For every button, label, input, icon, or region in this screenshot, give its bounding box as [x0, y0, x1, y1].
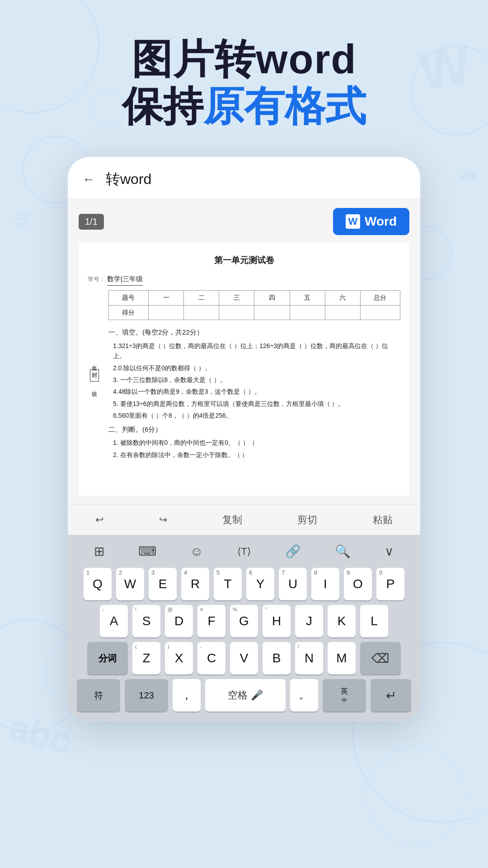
name-label: 姓名：	[90, 361, 99, 367]
keyboard-section: ⊞ ⌨ ☺ ⟨T⟩ 🔗 🔍 ∨ 1Q 2W 3E 4R 5T 6Y 7U	[68, 535, 420, 722]
word-export-button[interactable]: W Word	[333, 208, 409, 235]
key-enter[interactable]: ↵	[371, 679, 411, 712]
key-sym[interactable]: 符	[77, 679, 120, 712]
key-b[interactable]: B	[263, 642, 291, 675]
page-badge: 1/1	[79, 214, 104, 230]
key-o[interactable]: 9O	[344, 568, 372, 600]
undo-button[interactable]: ↩	[88, 511, 111, 528]
kb-clip-icon[interactable]: 🔗	[282, 541, 304, 561]
kb-emoji-icon[interactable]: ☺	[188, 542, 206, 561]
enter-icon: ↵	[386, 688, 396, 703]
key-r[interactable]: 4R	[181, 568, 209, 600]
back-button[interactable]: ←	[82, 172, 95, 187]
section1: 一、填空。(每空2分，共22分）	[108, 326, 400, 338]
doc-subject-row: 学号： 数学|三年级	[88, 273, 400, 286]
key-x[interactable]: )X	[165, 642, 193, 675]
key-row-3: 分词 (Z )X -C V B /N M ⌫	[72, 642, 416, 675]
doc-header-row: 1/1 W Word	[79, 208, 409, 235]
hero-line2-start: 保持	[122, 84, 203, 129]
key-d[interactable]: @D	[165, 605, 193, 637]
key-m[interactable]: M	[328, 642, 356, 675]
key-j[interactable]: J	[295, 605, 323, 637]
key-fenci[interactable]: 分词	[87, 642, 128, 675]
key-t[interactable]: 5T	[214, 568, 242, 600]
table-header-0: 题号	[109, 290, 149, 305]
key-z[interactable]: (Z	[132, 642, 160, 675]
key-lang[interactable]: 英中	[323, 679, 366, 712]
table-row2-1	[148, 305, 183, 320]
document-area: 1/1 W Word 第一单元测试卷 学号： 数学|三年级	[68, 199, 420, 505]
table-row2-2	[184, 305, 219, 320]
comma-label: ，	[181, 688, 192, 703]
key-f[interactable]: #F	[197, 605, 225, 637]
table-header-5: 五	[290, 290, 325, 305]
kb-text-icon[interactable]: ⟨T⟩	[235, 543, 254, 560]
phone-topbar: ← 转word	[68, 157, 420, 199]
table-header-1: 一	[148, 290, 183, 305]
section2: 二、判断。(6分）	[108, 424, 400, 435]
key-u[interactable]: 7U	[279, 568, 307, 600]
main-content: 图片转word 保持原有格式 ← 转word 1/1 W Word	[0, 0, 488, 722]
key-row-2: -A !S @D #F %G "H J K L	[72, 605, 416, 637]
table-header-7: 总分	[360, 290, 400, 305]
table-row2-3	[219, 305, 254, 320]
table-row2-7	[360, 305, 400, 320]
key-a[interactable]: -A	[100, 605, 128, 637]
kb-grid-icon[interactable]: ⊞	[91, 541, 107, 561]
key-n[interactable]: /N	[295, 642, 323, 675]
document-content: 第一单元测试卷 学号： 数学|三年级 姓名： 封 班级：	[79, 242, 409, 495]
keyboard-icon-row: ⊞ ⌨ ☺ ⟨T⟩ 🔗 🔍 ∨	[68, 535, 420, 566]
question2: 2.0 除以任何不是0的数都得（ ）。	[113, 363, 400, 373]
topbar-title: 转word	[106, 170, 151, 189]
key-e[interactable]: 3E	[149, 568, 177, 600]
doc-title: 第一单元测试卷	[88, 253, 400, 268]
key-c[interactable]: -C	[197, 642, 225, 675]
key-l[interactable]: L	[360, 605, 388, 637]
key-period[interactable]: 。	[290, 679, 318, 712]
key-p[interactable]: 0P	[376, 568, 404, 600]
key-i[interactable]: 8I	[311, 568, 339, 600]
table-header-6: 六	[325, 290, 360, 305]
lang-label: 英中	[341, 687, 348, 704]
kb-search-icon[interactable]: 🔍	[332, 541, 353, 561]
question8: 2. 在有余数的除法中，余数一定小于除数。（ ）	[113, 450, 400, 460]
key-k[interactable]: K	[328, 605, 356, 637]
question5: 5. 要使13÷6的商是两位数，方框里可以填（要使商是三位数，方框里最小填（ ）…	[113, 399, 400, 409]
question3: 3. 一个三位数除以6，余数最大是（ ）。	[113, 375, 400, 385]
copy-button[interactable]: 复制	[215, 510, 249, 529]
table-header-3: 三	[219, 290, 254, 305]
table-header-2: 二	[184, 290, 219, 305]
key-q[interactable]: 1Q	[84, 568, 112, 600]
subject-value: 数学|三年级	[107, 273, 143, 286]
hero-line1: 图片转word	[122, 36, 366, 83]
sym-label: 符	[94, 689, 103, 702]
paste-button[interactable]: 粘贴	[366, 510, 400, 529]
keyboard-rows: 1Q 2W 3E 4R 5T 6Y 7U 8I 9O 0P -A !S @D #…	[68, 566, 420, 722]
question7: 1. 被除数的中间有0，商的中间也一定有0。（ ）（	[113, 438, 400, 448]
key-s[interactable]: !S	[132, 605, 160, 637]
cut-button[interactable]: 剪切	[290, 510, 324, 529]
key-delete[interactable]: ⌫	[360, 642, 401, 675]
key-g[interactable]: %G	[230, 605, 258, 637]
key-y[interactable]: 6Y	[246, 568, 274, 600]
score-table: 题号 一 二 三 四 五 六 总分 得分	[108, 290, 400, 321]
subject-label: 学号：	[88, 274, 105, 284]
class-label: 班级：	[90, 387, 99, 392]
hero-section: 图片转word 保持原有格式	[122, 36, 366, 130]
table-header-4: 四	[254, 290, 290, 305]
kb-chevron-icon[interactable]: ∨	[382, 541, 397, 561]
table-row2-4	[254, 305, 290, 320]
num-label: 123	[139, 690, 154, 701]
period-label: 。	[299, 689, 309, 702]
seal-label: 封	[90, 369, 99, 381]
kb-keyboard-icon[interactable]: ⌨	[136, 541, 159, 561]
key-comma[interactable]: ，	[173, 679, 201, 712]
key-123[interactable]: 123	[125, 679, 168, 712]
key-h[interactable]: "H	[263, 605, 291, 637]
key-w[interactable]: 2W	[116, 568, 144, 600]
delete-icon: ⌫	[371, 651, 389, 666]
fenci-label: 分词	[99, 652, 117, 665]
key-v[interactable]: V	[230, 642, 258, 675]
key-space[interactable]: 空格 🎤	[205, 679, 286, 712]
redo-button[interactable]: ↪	[152, 511, 174, 528]
